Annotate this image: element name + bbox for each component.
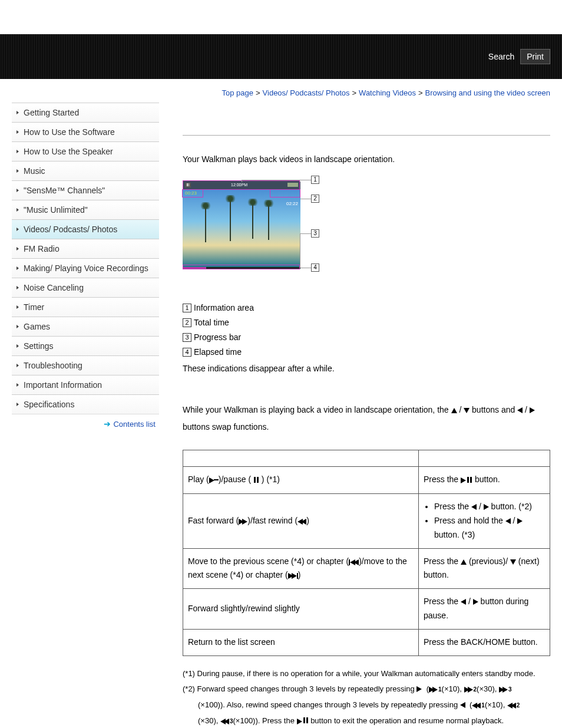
up-icon xyxy=(461,559,467,565)
nav-item-noise[interactable]: Noise Canceling xyxy=(12,278,159,297)
crumb-top[interactable]: Top page xyxy=(222,88,253,97)
footnote-1: (*1) During pause, if there is no operat… xyxy=(183,667,550,681)
right-icon xyxy=(530,407,535,413)
prev-chapter-icon xyxy=(349,559,359,565)
legend-2: Total time xyxy=(194,318,229,327)
table-row: Fast forward ()/fast rewind () Press the… xyxy=(183,494,550,548)
diagram-total: 02:22 xyxy=(286,201,298,206)
device-screen: 12:00PM 00:23 02:22 xyxy=(183,181,300,269)
table-row: Play ()/pause ( ) (*1) Press the button. xyxy=(183,467,550,494)
right-icon xyxy=(416,686,422,692)
nav-item-videos[interactable]: Videos/ Podcasts/ Photos xyxy=(12,219,159,239)
footnote-2: (*2) Forward speed changes through 3 lev… xyxy=(183,682,550,697)
footnotes: (*1) During pause, if there is no operat… xyxy=(183,667,550,728)
down-icon xyxy=(464,408,470,413)
diagram-clock: 12:00PM xyxy=(231,183,247,187)
right-icon xyxy=(484,504,489,510)
nav-item-settings[interactable]: Settings xyxy=(12,336,159,355)
pause-icon xyxy=(253,473,259,487)
legend-note: These indications disappear after a whil… xyxy=(183,364,550,373)
battery-icon xyxy=(287,183,298,187)
left-icon xyxy=(461,599,466,605)
rwd-icon xyxy=(297,519,306,525)
nav-item-voice[interactable]: Making/ Playing Voice Recordings xyxy=(12,258,159,278)
nav-item-important[interactable]: Important Information xyxy=(12,375,159,394)
legend-1: Information area xyxy=(194,303,254,312)
arrow-right-icon: ➔ xyxy=(104,419,111,429)
nav-item-games[interactable]: Games xyxy=(12,317,159,336)
legend: 1Information area 2Total time 3Progress … xyxy=(183,301,550,360)
play-icon xyxy=(209,477,214,483)
legend-3: Progress bar xyxy=(194,332,241,342)
swap-note: While your Walkman is playing back a vid… xyxy=(183,401,550,436)
play-pause-icon xyxy=(461,473,472,487)
breadcrumb: Top page>Videos/ Podcasts/ Photos>Watchi… xyxy=(183,87,550,100)
left-icon xyxy=(471,504,477,510)
callout-1: 1 xyxy=(311,176,319,184)
nav-item-music[interactable]: Music xyxy=(12,161,159,180)
table-row: Move to the previous scene (*4) or chapt… xyxy=(183,548,550,589)
callout-2: 2 xyxy=(311,195,319,203)
nav-item-troubleshooting[interactable]: Troubleshooting xyxy=(12,355,159,375)
pause-status-icon xyxy=(185,183,191,187)
intro-text: Your Walkman plays back videos in landsc… xyxy=(183,153,550,166)
contents-list-link[interactable]: Contents list xyxy=(113,420,156,429)
left-icon xyxy=(460,702,465,708)
print-button[interactable]: Print xyxy=(520,49,550,64)
nav-list: Getting Started How to Use the Software … xyxy=(12,103,159,414)
next-chapter-icon xyxy=(288,573,298,579)
video-screen-diagram: 12:00PM 00:23 02:22 1 2 3 4 xyxy=(183,176,330,279)
callout-4: 4 xyxy=(311,263,319,272)
ffwd-icon xyxy=(239,519,247,525)
controls-table: Play ()/pause ( ) (*1) Press the button.… xyxy=(183,450,550,655)
sidebar: Getting Started How to Use the Software … xyxy=(12,87,159,728)
callout-3: 3 xyxy=(311,229,319,238)
down-icon xyxy=(510,559,516,565)
nav-item-speaker[interactable]: How to Use the Speaker xyxy=(12,141,159,161)
left-icon xyxy=(517,407,523,413)
search-link[interactable]: Search xyxy=(488,52,514,61)
nav-item-fm-radio[interactable]: FM Radio xyxy=(12,239,159,258)
crumb-current: Browsing and using the video screen xyxy=(425,88,550,97)
nav-item-music-unlimited[interactable]: "Music Unlimited" xyxy=(12,200,159,219)
play-pause-icon xyxy=(297,714,309,728)
nav-item-getting-started[interactable]: Getting Started xyxy=(12,103,159,122)
right-icon xyxy=(517,518,523,524)
crumb-videos[interactable]: Videos/ Podcasts/ Photos xyxy=(263,88,350,97)
nav-item-specifications[interactable]: Specifications xyxy=(12,394,159,414)
main-content: Top page>Videos/ Podcasts/ Photos>Watchi… xyxy=(159,87,550,728)
crumb-watching[interactable]: Watching Videos xyxy=(359,88,416,97)
nav-item-timer[interactable]: Timer xyxy=(12,297,159,317)
diagram-progress-bar xyxy=(183,267,300,269)
diagram-elapsed: 00:23 xyxy=(185,190,197,196)
table-row: Forward slightly/rewind slightly Press t… xyxy=(183,589,550,630)
top-bar: Search Print xyxy=(0,34,562,79)
table-row: Return to the list screen Press the BACK… xyxy=(183,629,550,655)
right-icon xyxy=(473,599,478,605)
left-icon xyxy=(505,518,511,524)
nav-item-sensme[interactable]: "SensMe™ Channels" xyxy=(12,180,159,200)
nav-item-software[interactable]: How to Use the Software xyxy=(12,122,159,141)
up-icon xyxy=(451,408,457,413)
legend-4: Elapsed time xyxy=(194,347,242,357)
divider xyxy=(183,135,550,136)
